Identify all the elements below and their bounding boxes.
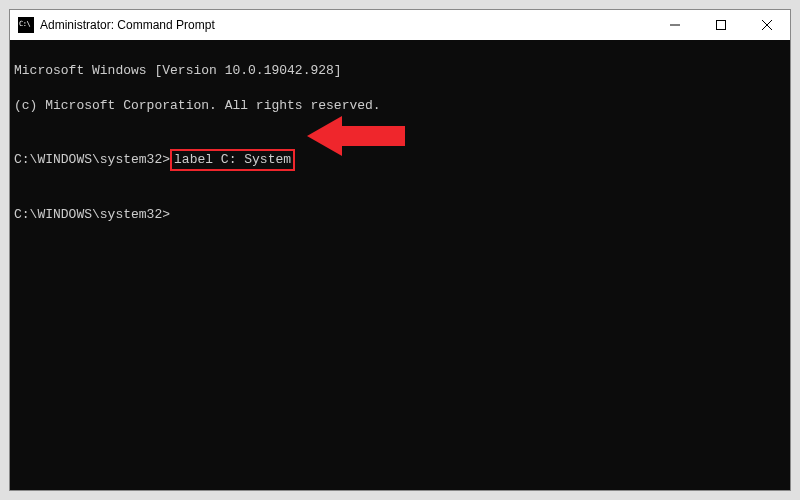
command-prompt-window: Administrator: Command Prompt Microsoft … (9, 9, 791, 491)
output-line: Microsoft Windows [Version 10.0.19042.92… (14, 62, 786, 80)
cmd-icon (18, 17, 34, 33)
highlighted-command: label C: System (170, 149, 295, 171)
prompt-line: C:\WINDOWS\system32>label C: System (14, 149, 786, 171)
minimize-button[interactable] (652, 10, 698, 40)
window-title: Administrator: Command Prompt (40, 18, 652, 32)
output-line: (c) Microsoft Corporation. All rights re… (14, 97, 786, 115)
maximize-button[interactable] (698, 10, 744, 40)
window-controls (652, 10, 790, 40)
svg-rect-1 (717, 21, 726, 30)
close-button[interactable] (744, 10, 790, 40)
titlebar[interactable]: Administrator: Command Prompt (10, 10, 790, 40)
prompt-path: C:\WINDOWS\system32> (14, 152, 170, 167)
terminal-area[interactable]: Microsoft Windows [Version 10.0.19042.92… (10, 40, 790, 490)
prompt-line: C:\WINDOWS\system32> (14, 206, 786, 224)
